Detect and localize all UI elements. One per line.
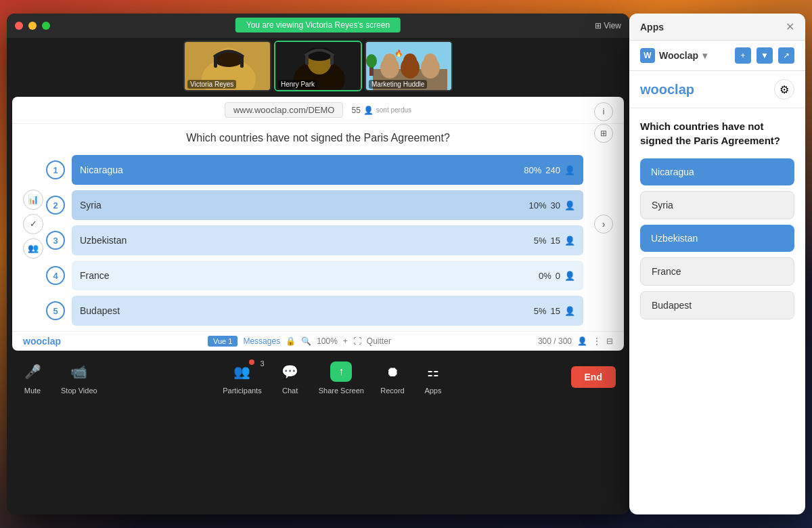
answer-bar-5[interactable]: Budapest 5% 15 👤 <box>72 296 583 326</box>
apps-panel: Apps ✕ W Wooclap ▾ + ▼ ↗ wooclap ⚙ Which… <box>629 14 805 514</box>
panel-question-area: Which countries have not signed the Pari… <box>629 108 805 336</box>
answer-text-5: Budapest <box>80 305 120 316</box>
chat-icon: 💬 <box>278 359 302 384</box>
answer-count-1: 240 <box>545 165 560 175</box>
answer-options: 1 Nicaragua 80% 240 👤 2 Syria 10% 30 <box>12 150 624 331</box>
dropdown-arrow[interactable]: ▾ <box>702 50 707 61</box>
mute-button[interactable]: 🎤 Mute <box>20 359 45 395</box>
traffic-light-minimize[interactable] <box>28 22 37 30</box>
fullscreen-icon[interactable]: ⛶ <box>353 336 361 346</box>
svg-point-19 <box>424 53 437 68</box>
nav-btn-1[interactable]: i <box>594 102 613 121</box>
slide-bottom-bar: wooclap Vue 1 Messages 🔒 🔍 100% + ⛶ Quit… <box>12 331 624 351</box>
panel-question-title: Which countries have not signed the Pari… <box>640 119 794 148</box>
total-person-icon: 👤 <box>577 336 587 346</box>
chat-button[interactable]: 💬 Chat <box>278 359 302 395</box>
panel-answer-budapest[interactable]: Budapest <box>640 291 794 320</box>
zoom-level: 100% <box>317 336 338 346</box>
video-thumb-group[interactable]: 🔥 Marketing Huddle <box>365 41 453 91</box>
camera-icon: 📹 <box>67 359 91 384</box>
end-button[interactable]: End <box>571 366 616 388</box>
answer-row-2: 2 Syria 10% 30 👤 <box>46 190 583 220</box>
record-button[interactable]: ⏺ Record <box>380 359 405 395</box>
answer-num-2: 2 <box>46 196 65 215</box>
settings-button[interactable]: ⚙ <box>774 79 794 100</box>
answer-stats-1: 80% 240 👤 <box>524 165 575 175</box>
answer-row-4: 4 France 0% 0 👤 <box>46 261 583 290</box>
apps-button[interactable]: ⚏ Apps <box>421 359 445 395</box>
toolbar-center-group: 👥 Participants 3 💬 Chat ↑ Share Screen <box>223 359 445 395</box>
next-button[interactable]: › <box>594 215 613 234</box>
apps-icon: ⚏ <box>421 359 445 384</box>
wooclap-panel-header: wooclap ⚙ <box>629 71 805 108</box>
video-thumbnails-row: Victoria Reyes Henry Park <box>7 38 629 94</box>
chart-icon[interactable]: 📊 <box>23 190 43 210</box>
person-icon-5: 👤 <box>564 306 575 316</box>
svg-point-17 <box>403 53 417 68</box>
panel-tool-add[interactable]: + <box>735 47 751 64</box>
wooclap-toolbar: W Wooclap ▾ + ▼ ↗ <box>629 41 805 71</box>
lock-icon: 🔒 <box>286 336 296 346</box>
answer-count-4: 0 <box>556 271 560 281</box>
people-icon[interactable]: 👥 <box>23 238 43 259</box>
answer-stats-5: 5% 15 👤 <box>534 306 575 316</box>
panel-tool-external[interactable]: ↗ <box>778 47 794 64</box>
participants-count: 55 <box>351 106 360 115</box>
share-screen-active-indicator: ↑ <box>330 361 352 382</box>
messages-link[interactable]: Messages <box>243 336 280 346</box>
panel-answer-nicaragua[interactable]: Nicaragua <box>640 158 794 185</box>
view-button[interactable]: ⊞ View <box>595 21 621 30</box>
traffic-light-close[interactable] <box>15 22 23 30</box>
zoom-minus[interactable]: 🔍 <box>301 336 311 346</box>
slide-url: www.wooclap.com/DEMO <box>225 102 344 118</box>
toolbar-left-group: 🎤 Mute 📹 Stop Video <box>20 359 97 395</box>
traffic-light-maximize[interactable] <box>42 22 50 30</box>
answer-bar-4[interactable]: France 0% 0 👤 <box>72 261 583 290</box>
bottom-toolbar: 🎤 Mute 📹 Stop Video 👥 Participants 3 💬 C… <box>7 353 629 401</box>
view-label: Vue <box>213 337 226 345</box>
svg-text:🔥: 🔥 <box>394 49 403 58</box>
slide-inner-controls: 📊 ✓ 👥 <box>23 190 43 259</box>
share-screen-label: Share Screen <box>319 387 364 395</box>
apps-close-button[interactable]: ✕ <box>786 20 794 33</box>
answer-row-3: 3 Uzbekistan 5% 15 👤 <box>46 225 583 255</box>
panel-answer-text-4: France <box>652 266 681 277</box>
participants-icon: 👥 <box>230 359 254 384</box>
panel-answer-france[interactable]: France <box>640 257 794 286</box>
video-thumb-victoria[interactable]: Victoria Reyes <box>183 41 271 91</box>
stop-video-button[interactable]: 📹 Stop Video <box>61 359 97 395</box>
zoom-plus[interactable]: + <box>343 336 348 346</box>
person-icon-1: 👤 <box>564 165 575 175</box>
video-thumb-henry[interactable]: Henry Park <box>274 41 362 91</box>
total-count: 300 / 300 <box>538 336 572 346</box>
check-icon[interactable]: ✓ <box>23 214 43 234</box>
panel-tool-filter[interactable]: ▼ <box>757 47 773 64</box>
answer-num-3: 3 <box>46 231 65 250</box>
wooclap-logo-panel: W Wooclap ▾ <box>640 48 707 63</box>
answer-stats-3: 5% 15 👤 <box>534 236 575 246</box>
chat-label: Chat <box>282 387 298 395</box>
grid-icon[interactable]: ⊟ <box>606 336 613 346</box>
slide-bottom-center: Vue 1 Messages 🔒 🔍 100% + ⛶ Quitter <box>208 336 391 347</box>
share-screen-button[interactable]: ↑ Share Screen <box>319 359 364 395</box>
apps-label: Apps <box>424 387 441 395</box>
panel-answer-uzbekistan[interactable]: Uzbekistan <box>640 225 794 252</box>
answer-bar-2[interactable]: Syria 10% 30 👤 <box>72 190 583 220</box>
panel-answer-syria[interactable]: Syria <box>640 191 794 219</box>
answer-pct-5: 5% <box>534 306 547 316</box>
person-icon: 👤 <box>363 106 374 115</box>
answer-bar-3[interactable]: Uzbekistan 5% 15 👤 <box>72 225 583 255</box>
answer-bar-1[interactable]: Nicaragua 80% 240 👤 <box>72 155 583 185</box>
quit-label[interactable]: Quitter <box>367 336 391 346</box>
panel-answer-text-2: Syria <box>652 200 673 211</box>
toolbar-right-group: End <box>571 366 616 388</box>
participants-button[interactable]: 👥 Participants 3 <box>223 359 261 395</box>
participants-label-text: sont perdus <box>376 106 411 114</box>
more-options[interactable]: ⋮ <box>593 336 601 346</box>
person-icon-3: 👤 <box>564 236 575 246</box>
main-window: You are viewing Victoria Reyes's screen … <box>7 14 629 514</box>
slide-area: www.wooclap.com/DEMO 55 👤 sont perdus i … <box>12 97 624 351</box>
nav-btn-grid[interactable]: ⊞ <box>594 124 613 143</box>
henry-label: Henry Park <box>278 80 317 89</box>
record-label: Record <box>380 387 404 395</box>
